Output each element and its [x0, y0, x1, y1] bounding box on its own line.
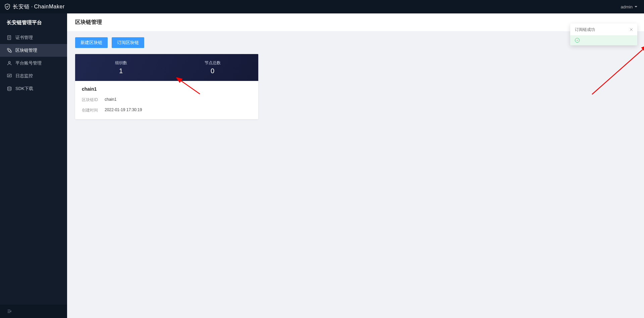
sidebar-collapse-button[interactable]: [0, 305, 67, 318]
brand-cn: 长安链: [13, 3, 30, 10]
svg-rect-2: [10, 51, 11, 52]
brand-en: ChainMaker: [34, 4, 64, 10]
card-row-time: 创建时间 2022-01-19 17:30:19: [82, 107, 252, 113]
row-value: 2022-01-19 17:30:19: [105, 107, 142, 113]
stat-label: 节点总数: [205, 60, 221, 66]
sidebar-item-label: 平台账号管理: [15, 60, 42, 66]
sidebar-item-label: 日志监控: [15, 73, 33, 79]
user-dropdown[interactable]: admin: [621, 4, 637, 9]
download-icon: [7, 86, 12, 91]
stat-value: 0: [211, 67, 214, 75]
stat-label: 组织数: [115, 60, 127, 66]
chevron-down-icon: [635, 6, 637, 7]
logo-text: 长安链 · ChainMaker: [13, 3, 65, 10]
sidebar-item-sdk[interactable]: SDK下载: [0, 82, 67, 95]
close-icon[interactable]: [629, 28, 633, 32]
new-chain-button[interactable]: 新建区块链: [75, 37, 108, 48]
row-value: chain1: [105, 97, 116, 103]
user-label: admin: [621, 4, 633, 9]
toast-head: 订阅链成功: [570, 24, 637, 35]
success-toast: 订阅链成功: [570, 24, 637, 45]
sidebar-item-cert[interactable]: 证书管理: [0, 31, 67, 44]
chain-card-stats: 组织数 1 节点总数 0: [75, 54, 258, 81]
main-content: 区块链管理 新建区块链 订阅区块链 组织数 1 节点总数 0: [67, 13, 644, 318]
chain-card[interactable]: 组织数 1 节点总数 0 chain1 区块链ID chain1 创: [75, 54, 258, 119]
sidebar-item-log[interactable]: 日志监控: [0, 70, 67, 82]
monitor-icon: [7, 73, 12, 79]
stat-node: 节点总数 0: [167, 54, 258, 81]
row-label: 区块链ID: [82, 97, 105, 103]
toolbar: 新建区块链 订阅区块链: [75, 37, 636, 48]
subscribe-chain-button[interactable]: 订阅区块链: [112, 37, 144, 48]
svg-rect-1: [7, 48, 9, 50]
chain-card-body: chain1 区块链ID chain1 创建时间 2022-01-19 17:3…: [75, 81, 258, 119]
sidebar: 长安链管理平台 证书管理 区块链管理 平台账号管理: [0, 13, 67, 318]
stat-org: 组织数 1: [75, 54, 167, 81]
sidebar-item-label: 区块链管理: [15, 47, 37, 53]
toast-body: [570, 35, 637, 45]
svg-point-5: [8, 87, 11, 88]
sidebar-item-account[interactable]: 平台账号管理: [0, 57, 67, 70]
logo-area: 长安链 · ChainMaker: [4, 3, 65, 10]
card-row-id: 区块链ID chain1: [82, 97, 252, 103]
doc-icon: [7, 35, 12, 40]
check-circle-icon: [575, 38, 580, 43]
toast-title: 订阅链成功: [575, 27, 595, 33]
user-icon: [7, 60, 12, 66]
nav-list: 证书管理 区块链管理 平台账号管理 日志监控: [0, 31, 67, 95]
sidebar-item-label: SDK下载: [15, 86, 33, 92]
chain-icon: [7, 48, 12, 53]
top-header: 长安链 · ChainMaker admin: [0, 0, 644, 13]
sidebar-item-label: 证书管理: [15, 35, 33, 41]
svg-point-3: [8, 61, 10, 63]
content-body: 新建区块链 订阅区块链 组织数 1 节点总数 0 chain1: [67, 31, 644, 318]
shield-logo-icon: [4, 3, 11, 10]
row-label: 创建时间: [82, 107, 105, 113]
brand-sep: ·: [31, 4, 33, 10]
collapse-icon: [7, 309, 12, 314]
svg-rect-4: [7, 74, 11, 77]
page-title: 区块链管理: [67, 13, 644, 31]
sidebar-title: 长安链管理平台: [0, 13, 67, 31]
sidebar-item-chain[interactable]: 区块链管理: [0, 44, 67, 57]
chain-name: chain1: [82, 86, 252, 92]
stat-value: 1: [119, 67, 123, 75]
